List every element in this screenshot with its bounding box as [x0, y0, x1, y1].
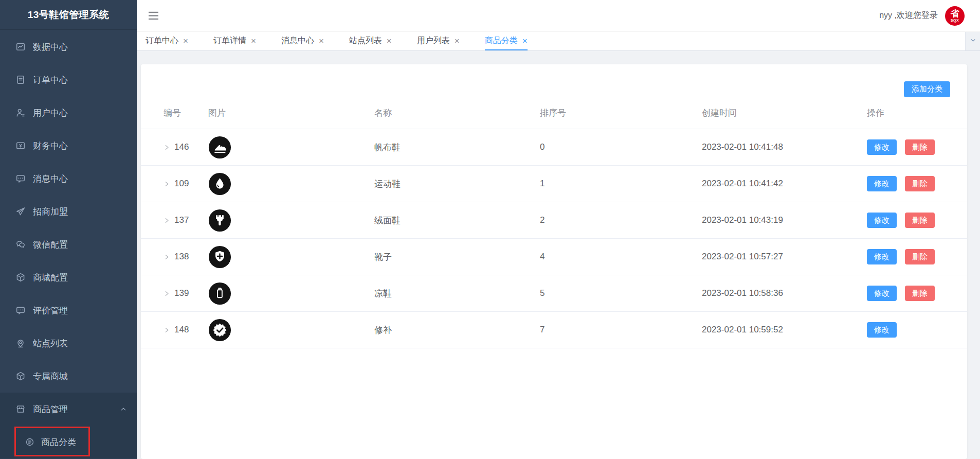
sidebar-item-message-center[interactable]: 消息中心 — [0, 162, 137, 195]
tab-user-list[interactable]: 用户列表 × — [417, 32, 460, 50]
row-name: 帆布鞋 — [374, 142, 540, 153]
main-area: nyy ,欢迎您登录 省 SQX 订单中心 × 订单详情 × 消息中心 × 站 — [137, 0, 980, 459]
row-created: 2023-02-01 10:41:48 — [702, 142, 867, 152]
avatar-subtext: SQX — [951, 19, 959, 22]
row-id: 146 — [174, 142, 189, 152]
storefront-icon — [15, 403, 26, 415]
table-row: 146 帆布鞋 0 2023-02-01 10:41:48 修改 删除 — [141, 129, 967, 166]
avatar-text: 省 — [951, 9, 959, 18]
sidebar-item-label: 商城配置 — [33, 272, 68, 284]
row-name: 运动鞋 — [374, 178, 540, 190]
sidebar-item-label: 站点列表 — [33, 338, 68, 349]
sidebar-item-label: 商品分类 — [41, 436, 76, 448]
sidebar-item-order-center[interactable]: 订单中心 — [0, 63, 137, 96]
sidebar-item-mall-config[interactable]: 商城配置 — [0, 261, 137, 294]
row-name: 修补 — [374, 324, 540, 336]
row-created: 2023-02-01 10:59:52 — [702, 325, 867, 335]
row-id: 137 — [174, 215, 189, 225]
tab-order-center[interactable]: 订单中心 × — [146, 32, 188, 50]
tabs-dropdown-button[interactable] — [965, 32, 980, 50]
table-row: 137 绒面鞋 2 2023-02-01 10:43:19 修改 删除 — [141, 202, 967, 239]
chevron-down-icon — [969, 37, 977, 46]
expand-row-icon[interactable] — [164, 327, 170, 333]
sidebar-menu: 数据中心 订单中心 用户中心 财务中心 消息中心 招商加盟 — [0, 30, 137, 458]
sidebar-item-label: 订单中心 — [33, 74, 68, 86]
user-area: nyy ,欢迎您登录 省 SQX — [879, 6, 965, 26]
sidebar-item-label: 商品管理 — [33, 403, 68, 415]
row-id: 139 — [174, 288, 189, 298]
sidebar-item-label: 专属商城 — [33, 370, 68, 382]
row-name: 靴子 — [374, 251, 540, 263]
tab-order-detail[interactable]: 订单详情 × — [213, 32, 256, 50]
edit-button[interactable]: 修改 — [867, 139, 897, 155]
column-header-id: 编号 — [164, 107, 208, 119]
tab-site-list[interactable]: 站点列表 × — [349, 32, 392, 50]
sidebar-item-review-management[interactable]: 评价管理 — [0, 294, 137, 327]
row-sort: 5 — [540, 288, 702, 298]
sidebar: 13号鞋馆管理系统 数据中心 订单中心 用户中心 财务中心 消息中心 — [0, 0, 137, 459]
row-sort: 4 — [540, 252, 702, 262]
sidebar-item-user-center[interactable]: 用户中心 — [0, 96, 137, 129]
add-category-button[interactable]: 添加分类 — [904, 81, 950, 97]
edit-button[interactable]: 修改 — [867, 249, 897, 264]
sidebar-item-finance-center[interactable]: 财务中心 — [0, 129, 137, 162]
sidebar-item-wechat-config[interactable]: 微信配置 — [0, 228, 137, 261]
row-sort: 2 — [540, 215, 702, 225]
expand-row-icon[interactable] — [164, 144, 170, 151]
delete-button[interactable]: 删除 — [905, 213, 935, 228]
category-image-bottle — [208, 282, 231, 305]
edit-button[interactable]: 修改 — [867, 322, 897, 338]
row-created: 2023-02-01 10:57:27 — [702, 252, 867, 262]
sidebar-item-label: 评价管理 — [33, 305, 68, 316]
delete-button[interactable]: 删除 — [905, 286, 935, 301]
sidebar-item-site-list[interactable]: 站点列表 — [0, 327, 137, 360]
close-icon[interactable]: × — [183, 37, 188, 45]
column-header-created: 创建时间 — [702, 107, 867, 119]
tab-bar: 订单中心 × 订单详情 × 消息中心 × 站点列表 × 用户列表 × 商品分类 … — [137, 31, 980, 51]
comment-icon — [15, 305, 26, 316]
sidebar-item-label: 财务中心 — [33, 140, 68, 152]
table-row: 138 靴子 4 2023-02-01 10:57:27 修改 删除 — [141, 239, 967, 275]
expand-row-icon[interactable] — [164, 217, 170, 224]
close-icon[interactable]: × — [251, 37, 256, 45]
edit-button[interactable]: 修改 — [867, 176, 897, 191]
cube-icon — [15, 272, 26, 283]
table-header-row: 编号 图片 名称 排序号 创建时间 操作 — [141, 97, 967, 129]
avatar[interactable]: 省 SQX — [945, 6, 965, 26]
sidebar-item-label: 消息中心 — [33, 173, 68, 185]
row-created: 2023-02-01 10:43:19 — [702, 215, 867, 225]
edit-button[interactable]: 修改 — [867, 213, 897, 228]
category-image-shield — [208, 245, 231, 269]
sidebar-item-label: 招商加盟 — [33, 206, 68, 218]
tab-product-category[interactable]: 商品分类 × — [485, 32, 528, 50]
sidebar-item-exclusive-mall[interactable]: 专属商城 — [0, 360, 137, 393]
delete-button[interactable]: 删除 — [905, 249, 935, 264]
delete-button[interactable]: 删除 — [905, 139, 935, 155]
welcome-text: nyy ,欢迎您登录 — [879, 10, 938, 21]
row-sort: 0 — [540, 142, 702, 152]
money-icon — [15, 140, 26, 151]
row-sort: 1 — [540, 179, 702, 189]
delete-button[interactable]: 删除 — [905, 176, 935, 191]
edit-button[interactable]: 修改 — [867, 286, 897, 301]
table-row: 148 修补 7 2023-02-01 10:59:52 修改 — [141, 312, 967, 348]
chat-bubble-icon — [15, 173, 26, 184]
sidebar-item-product-management[interactable]: 商品管理 — [0, 393, 137, 426]
close-icon[interactable]: × — [522, 37, 528, 45]
sidebar-item-franchise[interactable]: 招商加盟 — [0, 195, 137, 228]
cube-icon — [15, 370, 26, 382]
row-id: 148 — [174, 325, 189, 335]
close-icon[interactable]: × — [319, 37, 324, 45]
app-window: 13号鞋馆管理系统 数据中心 订单中心 用户中心 财务中心 消息中心 — [0, 0, 980, 459]
sidebar-item-product-category[interactable]: 商品分类 — [0, 426, 137, 458]
expand-row-icon[interactable] — [164, 181, 170, 187]
user-icon — [15, 107, 26, 118]
row-sort: 7 — [540, 325, 702, 335]
tab-message-center[interactable]: 消息中心 × — [281, 32, 324, 50]
close-icon[interactable]: × — [387, 37, 392, 45]
close-icon[interactable]: × — [455, 37, 460, 45]
expand-row-icon[interactable] — [164, 254, 170, 260]
hamburger-menu-icon[interactable] — [148, 11, 159, 20]
sidebar-item-data-center[interactable]: 数据中心 — [0, 30, 137, 63]
expand-row-icon[interactable] — [164, 290, 170, 297]
